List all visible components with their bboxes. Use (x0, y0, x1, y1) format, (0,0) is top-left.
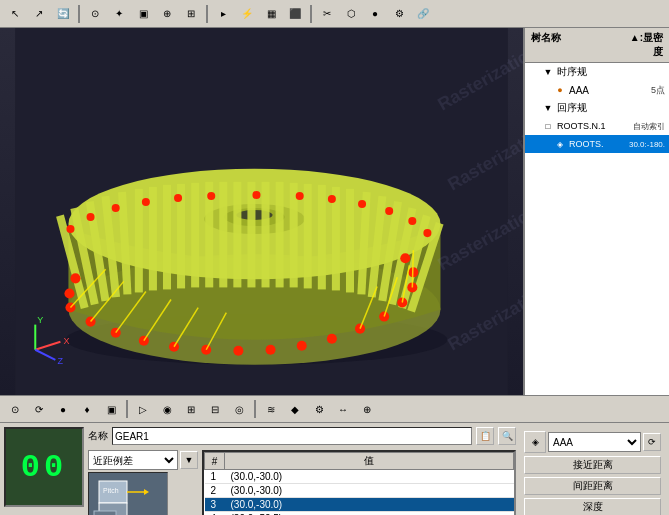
svg-point-67 (207, 192, 215, 200)
aaa-select[interactable]: AAA (548, 432, 641, 452)
table-cell-value: (30.0,-52.5) (225, 512, 514, 516)
aaa-refresh-btn[interactable]: ⟳ (643, 433, 661, 451)
toolbar-btn-grid[interactable]: ⊞ (180, 3, 202, 25)
toolbar-btn-select[interactable]: ↖ (4, 3, 26, 25)
bottom-btn-4[interactable]: ♦ (76, 398, 98, 420)
tree-item-roots[interactable]: ◈ ROOTS. 30.0:-180. (525, 135, 669, 153)
interval-distance-btn[interactable]: 间距距离 (524, 477, 661, 495)
svg-point-63 (87, 213, 95, 221)
table-row-selected[interactable]: 3 (30.0,-30.0) (205, 498, 514, 512)
name-input[interactable] (112, 427, 472, 445)
toolbar-btn-hex[interactable]: ⬡ (340, 3, 362, 25)
tree-expand-icon-3: ▼ (541, 101, 555, 115)
toolbar-btn-dot[interactable]: ● (364, 3, 386, 25)
data-table-container: # 值 1 (30.0,-30.0) 2 (30.0,-30.0) (202, 450, 516, 515)
3d-viewport[interactable]: X Y Z Rasterizatics Rasterizatics Raster… (0, 28, 524, 395)
bottom-btn-2[interactable]: ⟳ (28, 398, 50, 420)
svg-rect-18 (219, 182, 227, 288)
svg-rect-27 (346, 189, 354, 293)
tree-col1-header: 树名称 (527, 30, 617, 60)
svg-point-50 (70, 273, 80, 283)
bottom-btn-10[interactable]: ◎ (228, 398, 250, 420)
data-table: # 值 1 (30.0,-30.0) 2 (30.0,-30.0) (204, 452, 514, 515)
main-toolbar: ↖ ↗ 🔄 ⊙ ✦ ▣ ⊕ ⊞ ▸ ⚡ ▦ ⬛ ✂ ⬡ ● ⚙ 🔗 (0, 0, 669, 28)
bottom-btn-13[interactable]: ⚙ (308, 398, 330, 420)
svg-point-64 (112, 204, 120, 212)
bottom-btn-5[interactable]: ▣ (100, 398, 122, 420)
middle-controls: 名称 📋 🔍 近距例差 ▼ (88, 427, 516, 511)
toolbar-btn-star[interactable]: ✦ (108, 3, 130, 25)
table-cell-num: 1 (205, 470, 225, 484)
dropdown-row: 近距例差 ▼ (88, 450, 198, 470)
tree-icon-roots: ◈ (553, 137, 567, 151)
toolbar-btn-play[interactable]: ▸ (212, 3, 234, 25)
toolbar-sep-3 (310, 5, 312, 23)
table-header-value: 值 (225, 453, 514, 470)
name-btn-1[interactable]: 📋 (476, 427, 494, 445)
tree-value-roots: 30.0:-180. (629, 140, 665, 149)
table-cell-value: (30.0,-30.0) (225, 484, 514, 498)
bottom-btn-11[interactable]: ≋ (260, 398, 282, 420)
proximity-dropdown[interactable]: 近距例差 (88, 450, 178, 470)
toolbar-btn-bolt[interactable]: ⚡ (236, 3, 258, 25)
svg-text:Pitch: Pitch (103, 487, 119, 494)
toolbar-btn-gear[interactable]: ⚙ (388, 3, 410, 25)
svg-point-71 (358, 200, 366, 208)
svg-rect-22 (276, 182, 284, 288)
controls-row: 近距例差 ▼ Pitch (88, 450, 516, 515)
bottom-btn-9[interactable]: ⊟ (204, 398, 226, 420)
bottom-btn-8[interactable]: ⊞ (180, 398, 202, 420)
dropdown-expand-btn[interactable]: ▼ (180, 451, 198, 469)
bottom-toolbar: ⊙ ⟳ ● ♦ ▣ ▷ ◉ ⊞ ⊟ ◎ ≋ ◆ ⚙ ↔ ⊕ (0, 395, 669, 423)
name-label: 名称 (88, 429, 108, 443)
svg-point-41 (266, 345, 276, 355)
svg-point-43 (327, 334, 337, 344)
svg-rect-13 (149, 187, 157, 291)
toolbar-btn-cut[interactable]: ✂ (316, 3, 338, 25)
table-row[interactable]: 1 (30.0,-30.0) (205, 470, 514, 484)
svg-line-61 (412, 250, 413, 287)
toolbar-btn-table[interactable]: ▦ (260, 3, 282, 25)
svg-point-70 (328, 195, 336, 203)
aaa-icon-btn[interactable]: ◈ (524, 431, 546, 453)
aaa-row: ◈ AAA ⟳ (524, 431, 661, 453)
bottom-btn-15[interactable]: ⊕ (356, 398, 378, 420)
tree-item-aaa[interactable]: ● AAA 5点 (525, 81, 669, 99)
bottom-sep-1 (126, 400, 128, 418)
toolbar-btn-square[interactable]: ⬛ (284, 3, 306, 25)
proximity-distance-btn[interactable]: 接近距离 (524, 456, 661, 474)
toolbar-btn-circle[interactable]: ⊙ (84, 3, 106, 25)
tree-panel: 树名称 ▲:显密度 ▼ 时序规 ● AAA 5点 ▼ 回序规 □ ROOTS.N… (524, 28, 669, 395)
bottom-btn-12[interactable]: ◆ (284, 398, 306, 420)
gear-svg: X Y Z (0, 28, 523, 395)
svg-point-66 (174, 194, 182, 202)
svg-point-51 (64, 288, 74, 298)
tree-item-rootsn1[interactable]: □ ROOTS.N.1 自动索引 (525, 117, 669, 135)
bottom-btn-3[interactable]: ● (52, 398, 74, 420)
table-header-num: # (205, 453, 225, 470)
toolbar-btn-arrow[interactable]: ↗ (28, 3, 50, 25)
right-controls-panel: ◈ AAA ⟳ 接近距离 间距距离 深度 回距面 接全距离 滑移 ▲ ◈ 直径 … (520, 427, 665, 511)
svg-point-42 (297, 341, 307, 351)
tree-label-backseq: 回序规 (557, 101, 665, 115)
name-btn-2[interactable]: 🔍 (498, 427, 516, 445)
bottom-btn-7[interactable]: ◉ (156, 398, 178, 420)
depth-btn[interactable]: 深度 (524, 498, 661, 515)
bottom-btn-6[interactable]: ▷ (132, 398, 154, 420)
tree-item-backseq[interactable]: ▼ 回序规 (525, 99, 669, 117)
toolbar-btn-rotate[interactable]: 🔄 (52, 3, 74, 25)
table-row[interactable]: 2 (30.0,-30.0) (205, 484, 514, 498)
toolbar-btn-add[interactable]: ⊕ (156, 3, 178, 25)
toolbar-btn-box[interactable]: ▣ (132, 3, 154, 25)
bottom-btn-14[interactable]: ↔ (332, 398, 354, 420)
svg-rect-19 (233, 182, 241, 288)
svg-point-62 (66, 225, 74, 233)
svg-point-65 (142, 198, 150, 206)
tree-item-timeseq[interactable]: ▼ 时序规 (525, 63, 669, 81)
tree-value-rootsn1: 自动索引 (633, 121, 665, 132)
table-row[interactable]: 4 (30.0,-52.5) (205, 512, 514, 516)
toolbar-btn-link[interactable]: 🔗 (412, 3, 434, 25)
tree-label-rootsn1: ROOTS.N.1 (557, 121, 633, 131)
bottom-btn-1[interactable]: ⊙ (4, 398, 26, 420)
tree-col2-header: ▲:显密度 (617, 30, 667, 60)
